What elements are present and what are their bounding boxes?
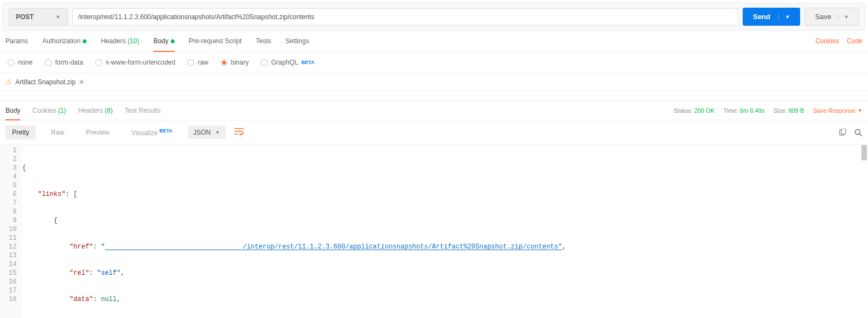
body-raw[interactable]: raw (187, 59, 208, 66)
tab-prerequest[interactable]: Pre-request Script (189, 31, 242, 51)
svg-point-2 (855, 129, 860, 134)
chevron-down-icon: ▼ (215, 130, 220, 135)
tab-authorization[interactable]: Authorization (42, 31, 86, 51)
wrap-lines-icon[interactable] (234, 128, 244, 137)
scrollbar-thumb[interactable] (861, 145, 867, 160)
status-dot-icon (171, 39, 175, 43)
warning-icon: ⚠ (5, 78, 12, 86)
body-binary[interactable]: binary (221, 59, 249, 66)
svg-rect-1 (841, 129, 846, 134)
request-tabs-right: Cookies Code (815, 37, 863, 45)
size-key: Size: (773, 107, 786, 114)
search-icon[interactable] (854, 129, 863, 137)
save-label: Save (815, 13, 831, 21)
body-x-www-form[interactable]: x-www-form-urlencoded (95, 59, 175, 66)
request-url-input[interactable] (72, 8, 738, 26)
radio-selected-icon (221, 59, 228, 66)
request-bar: POST ▼ Send ▼ Save ▼ (3, 3, 865, 31)
view-left: Pretty Raw Preview Visualize BETA JSON ▼ (5, 125, 244, 140)
time-key: Time: (724, 107, 738, 114)
code-link[interactable]: Code (847, 37, 863, 45)
status-key: Status: (674, 107, 692, 114)
resp-tab-test-results[interactable]: Test Results (125, 101, 160, 120)
line-gutter: 123456789101112131415161718 (0, 145, 22, 318)
send-button[interactable]: Send ▼ (743, 8, 801, 26)
status-dot-icon (83, 39, 86, 43)
request-tabs: Params Authorization Headers (10) Body P… (0, 31, 868, 52)
tab-settings[interactable]: Settings (286, 31, 309, 51)
http-method-select[interactable]: POST ▼ (9, 8, 68, 26)
body-type-options: none form-data x-www-form-urlencoded raw… (0, 52, 868, 73)
resp-tab-body[interactable]: Body (5, 101, 20, 120)
response-tabs-left: Body Cookies (1) Headers (8) Test Result… (5, 101, 160, 120)
time-value: 6m 8.49s (740, 107, 765, 114)
view-right (838, 129, 863, 137)
radio-icon (187, 59, 194, 66)
chevron-down-icon: ▼ (858, 108, 863, 113)
tab-params[interactable]: Params (5, 31, 28, 51)
view-preview[interactable]: Preview (79, 125, 116, 140)
body-graphql[interactable]: GraphQLBETA (261, 59, 314, 66)
format-label: JSON (193, 129, 211, 136)
radio-icon (95, 59, 102, 66)
method-label: POST (16, 13, 34, 21)
resp-tab-headers[interactable]: Headers (8) (78, 101, 113, 120)
tab-tests[interactable]: Tests (256, 31, 271, 51)
copy-icon[interactable] (838, 129, 847, 137)
response-meta: Status: 200 OK Time: 6m 8.49s Size: 809 … (674, 107, 863, 114)
radio-icon (45, 59, 52, 66)
file-name: Artifact Snapshot.zip (15, 78, 76, 86)
view-visualize[interactable]: Visualize BETA (125, 125, 179, 140)
response-view-row: Pretty Raw Preview Visualize BETA JSON ▼ (0, 120, 868, 145)
body-none[interactable]: none (8, 59, 33, 66)
chevron-down-icon[interactable]: ▼ (778, 14, 790, 20)
code-lines: { "links": [ { "href": " /interop/rest/1… (22, 145, 868, 318)
close-icon[interactable]: ✕ (79, 78, 84, 86)
format-select[interactable]: JSON ▼ (188, 126, 225, 139)
save-button[interactable]: Save ▼ (805, 8, 859, 26)
response-tabs: Body Cookies (1) Headers (8) Test Result… (0, 101, 868, 120)
view-pretty[interactable]: Pretty (5, 125, 36, 140)
status-value: 200 OK (694, 107, 714, 114)
response-body-code[interactable]: 123456789101112131415161718 { "links": [… (0, 145, 868, 318)
resp-tab-cookies[interactable]: Cookies (1) (32, 101, 66, 120)
radio-icon (8, 59, 15, 66)
view-raw[interactable]: Raw (44, 125, 71, 140)
svg-line-3 (860, 134, 863, 136)
tab-headers[interactable]: Headers (10) (101, 31, 139, 51)
file-row: ⚠ Artifact Snapshot.zip ✕ (0, 73, 868, 91)
radio-icon (261, 59, 268, 66)
size-value: 809 B (789, 107, 805, 114)
chevron-down-icon: ▼ (56, 14, 61, 20)
send-label: Send (753, 13, 771, 21)
save-response-button[interactable]: Save Response ▼ (813, 107, 863, 114)
cookies-link[interactable]: Cookies (815, 37, 839, 45)
chevron-down-icon[interactable]: ▼ (838, 14, 849, 20)
request-tabs-left: Params Authorization Headers (10) Body P… (5, 31, 309, 51)
tab-body[interactable]: Body (153, 31, 174, 51)
body-form-data[interactable]: form-data (45, 59, 83, 66)
